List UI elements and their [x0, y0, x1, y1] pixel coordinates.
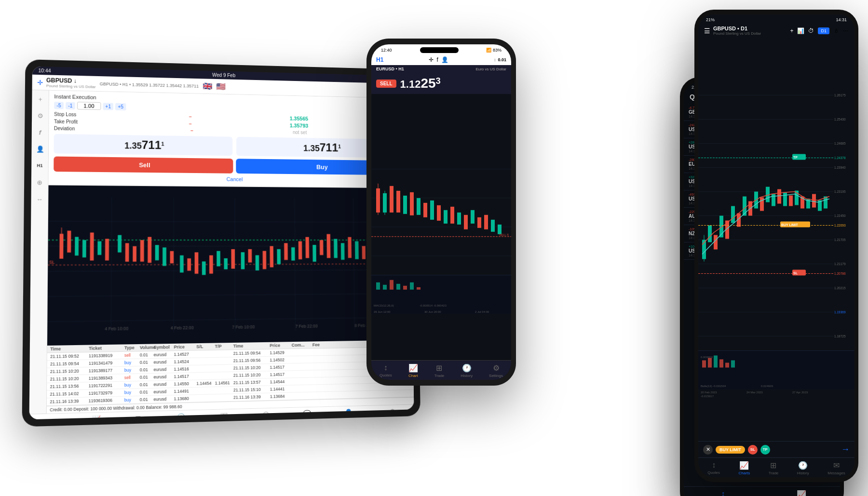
tp-circle[interactable]: TP [760, 445, 770, 455]
nav-settings[interactable]: ⚙ Settings [386, 407, 399, 419]
svg-rect-103 [417, 287, 420, 290]
phone1-sell-price: 1.12253 [400, 76, 441, 91]
svg-text:1.24378: 1.24378 [834, 156, 846, 160]
phone1-nav-history[interactable]: 🕐 History [461, 363, 473, 378]
svg-rect-23 [133, 246, 136, 262]
svg-rect-173 [714, 356, 718, 368]
phone2-quotes-nav-label: Quotes [707, 470, 720, 475]
svg-rect-138 [783, 193, 787, 206]
nav-quotes[interactable]: ↕ Quotes [45, 416, 59, 419]
symbol-sub: Pound Sterling vs US Dollar [46, 84, 96, 89]
svg-rect-88 [457, 213, 461, 225]
phone1-chart-icon: 📈 [408, 363, 418, 373]
phone1-chart[interactable]: MACD(12,26,9) -0.000514 -0.000423 29 Jun… [371, 94, 511, 360]
vol-plus5-btn[interactable]: +5 [115, 103, 126, 110]
h1-icon[interactable]: H1 [35, 161, 45, 171]
svg-rect-37 [241, 252, 245, 269]
phone2-menu-icon[interactable]: ☰ [704, 27, 710, 35]
phone2-chart-type-icon[interactable]: 📊 [797, 27, 804, 34]
phone1-person-icon[interactable]: 👤 [441, 56, 448, 63]
svg-rect-82 [417, 198, 420, 215]
svg-text:24 Mar 2023: 24 Mar 2023 [746, 391, 763, 394]
confirm-btn[interactable]: → [841, 444, 850, 455]
phone1-price-base: 1.12 [400, 78, 421, 90]
svg-rect-89 [464, 215, 468, 229]
plus-icon[interactable]: + [35, 94, 45, 104]
svg-text:1.21705: 1.21705 [834, 238, 846, 241]
phone1-price-sup: 3 [436, 76, 441, 86]
layers-icon[interactable]: ⊕ [35, 177, 45, 188]
phone1-nav-chart[interactable]: 📈 Chart [408, 363, 418, 378]
phone2: 21% 14:31 ☰ GBPUSD • D1 Pound Sterling v… [694, 10, 858, 482]
chart-area[interactable]: 1.35959 1.35793 4 Feb 10:00 4 Feb 22:00 … [47, 185, 413, 345]
phone2-chart-container[interactable]: TP BUY LIMIT SL 1.26175 1.25430 1.24685 … [698, 39, 854, 441]
svg-text:29 Jun 12:00: 29 Jun 12:00 [374, 310, 391, 313]
tp-minus-btn[interactable]: − [189, 121, 192, 126]
svg-rect-134 [760, 198, 764, 211]
nav-accounts[interactable]: 👤 Accounts [341, 408, 356, 419]
svg-rect-41 [270, 246, 273, 268]
phone1-func-icon[interactable]: f [436, 56, 438, 63]
settings-icon[interactable]: ⚙ [35, 111, 45, 121]
nav-history[interactable]: 🕐 History [175, 413, 187, 420]
cancel-link[interactable]: Cancel [54, 173, 406, 185]
close-trade-btn[interactable]: ✕ [703, 445, 713, 455]
phone2-nav-quotes[interactable]: ↕ Quotes [707, 461, 720, 475]
svg-rect-19 [97, 241, 101, 255]
phone2-nav-trade[interactable]: ⊞ Trade [769, 461, 779, 475]
svg-rect-126 [714, 235, 718, 250]
svg-text:TP: TP [793, 156, 798, 159]
nav-mailbox[interactable]: @ Mailbox [259, 411, 272, 419]
sl-circle[interactable]: SL [748, 445, 758, 455]
svg-rect-0 [47, 196, 413, 334]
flag2-icon: 🇺🇸 [216, 82, 226, 91]
svg-rect-33 [209, 255, 213, 274]
phone1-tools-icon[interactable]: ✛ [429, 56, 434, 63]
phone2-nav-charts[interactable]: 📈 Charts [739, 461, 750, 475]
svg-rect-171 [702, 361, 706, 368]
phone1-nav-settings[interactable]: ⚙ Settings [489, 363, 503, 378]
phone1-nav-quotes[interactable]: ↕ Quotes [380, 363, 392, 378]
phone2-messages-nav-icon: ✉ [833, 461, 840, 470]
buy-limit-pill[interactable]: BUY LIMIT [716, 446, 745, 454]
arrow-icon[interactable]: ↔ [34, 194, 44, 204]
phone1-sell-pill[interactable]: SELL [376, 80, 396, 88]
phone2-candlestick-icon[interactable]: 🕯 [833, 27, 839, 34]
phone2-nav: ↕ Quotes 📈 Charts ⊞ Trade 🕐 History ✉ [698, 457, 854, 477]
sl-minus-btn[interactable]: − [189, 114, 192, 119]
phone2-trade-nav-icon: ⊞ [770, 461, 776, 470]
phone1-nav-trade[interactable]: ⊞ Trade [434, 363, 445, 378]
person-icon[interactable]: 👤 [35, 144, 45, 154]
sell-price-box: 1.357111 [54, 134, 232, 156]
phone1-chart-label: Chart [408, 374, 418, 378]
dev-minus-btn[interactable]: − [190, 128, 193, 133]
nav-chat[interactable]: 💬 Chat [303, 410, 311, 419]
phone2-nav-history[interactable]: 🕐 History [797, 461, 809, 475]
phone2-tf-icon[interactable]: ⏱ [808, 27, 814, 34]
svg-rect-169 [698, 351, 854, 389]
chart-icon: 📈 [92, 415, 100, 419]
svg-text:1.21179: 1.21179 [834, 262, 846, 266]
svg-rect-49 [326, 234, 330, 258]
f-icon[interactable]: f [35, 127, 45, 137]
nav-chart[interactable]: 📈 Chart [91, 415, 101, 419]
phone2-nav-messages[interactable]: ✉ Messages [827, 461, 845, 475]
nav-trade[interactable]: ⊞ Trade [133, 414, 143, 419]
svg-text:1.25430: 1.25430 [834, 118, 846, 121]
phone2b-nav-charts[interactable]: 📈 Charts [796, 490, 807, 496]
svg-rect-43 [284, 243, 288, 260]
col-price-header: Price [174, 344, 194, 349]
vol-minus1-btn[interactable]: -1 [66, 102, 75, 109]
phone2b-nav-quotes[interactable]: ↕ Quotes [717, 490, 730, 496]
phone2-timeframe-badge[interactable]: D1 [818, 27, 829, 34]
phone2-more-icon[interactable]: ⋯ [843, 27, 849, 34]
vol-input[interactable] [77, 102, 101, 110]
phone2-plus-icon[interactable]: + [790, 27, 793, 34]
phone1-status: 12:40 📶 83% [371, 44, 511, 54]
svg-rect-22 [125, 243, 129, 262]
phone1-nav: ↕ Quotes 📈 Chart ⊞ Trade 🕐 History [371, 360, 511, 380]
sell-button[interactable]: Sell [54, 156, 233, 173]
vol-minus5-btn[interactable]: -5 [54, 102, 64, 109]
nav-news[interactable]: 📰 News [218, 412, 228, 419]
vol-plus1-btn[interactable]: +1 [103, 103, 113, 110]
